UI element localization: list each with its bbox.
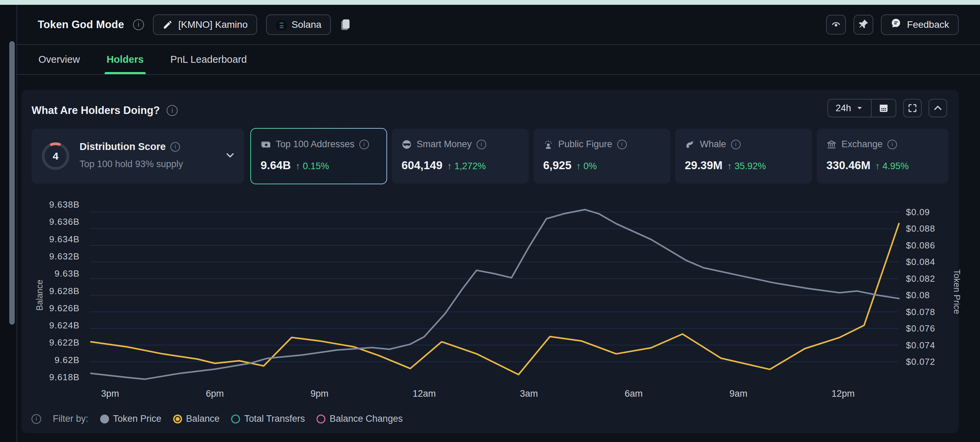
distribution-score-tile[interactable]: 4 Distribution Score i Top 100 hold 93% … (32, 129, 244, 184)
x-axis-tick: 12pm (832, 388, 855, 399)
right-axis-tick: $0.086 (906, 240, 935, 251)
stat-label: Exchange (842, 139, 883, 150)
chart-filter-legend: i Filter by: Token PriceBalanceTotal Tra… (32, 413, 402, 424)
feedback-label: Feedback (907, 19, 949, 30)
top-strip (0, 0, 980, 5)
info-icon[interactable]: i (731, 140, 741, 149)
stat-tile-whale[interactable]: Whale i 29.39M ↑ 35.92% (675, 129, 812, 184)
right-axis-tick: $0.072 (906, 357, 935, 367)
legend-item-label: Balance (186, 413, 220, 424)
info-icon[interactable]: i (617, 140, 627, 149)
copy-icon[interactable] (340, 18, 352, 32)
timeframe-control: 24h (827, 99, 896, 117)
x-axis-tick: 6am (625, 388, 643, 399)
x-axis-tick: 6pm (206, 388, 224, 399)
fullscreen-icon (907, 103, 918, 113)
stat-value: 6,925 (543, 159, 572, 172)
info-icon[interactable]: i (170, 142, 180, 152)
collapse-button[interactable] (929, 99, 947, 117)
left-axis-tick: 9.628B (49, 286, 80, 296)
info-icon[interactable]: i (477, 140, 486, 149)
page-title: Token God Mode (38, 19, 124, 31)
stat-tile-top-100-addresses[interactable]: Top 100 Addresses i 9.64B ↑ 0.15% (250, 128, 387, 184)
right-axis-tick: $0.076 (906, 323, 935, 333)
left-axis-tick: 9.622B (49, 337, 80, 348)
chain-select-button[interactable]: Solana (266, 14, 331, 35)
left-axis-tick: 9.626B (49, 303, 80, 313)
chat-icon (891, 18, 902, 31)
feedback-button[interactable]: Feedback (881, 14, 959, 35)
legend-prefix: Filter by: (53, 413, 89, 424)
left-axis-tick: 9.638B (49, 199, 80, 210)
right-axis-tick: $0.082 (906, 273, 935, 284)
legend-item-total-transfers[interactable]: Total Transfers (231, 413, 305, 424)
left-axis-tick: 9.62B (54, 355, 80, 365)
right-axis-tick: $0.078 (906, 307, 935, 317)
money-icon (261, 139, 271, 150)
fullscreen-button[interactable] (903, 99, 922, 117)
holders-activity-card: What Are Holders Doing? i 24h (21, 90, 959, 433)
distribution-score-value: 4 (39, 140, 72, 172)
left-axis-tick: 9.618B (49, 372, 80, 382)
tab-holders[interactable]: Holders (107, 45, 144, 74)
card-title: What Are Holders Doing? (32, 104, 160, 116)
radio-marker-icon (173, 415, 182, 423)
stat-label: Public Figure (558, 139, 612, 150)
stat-tile-public-figure[interactable]: Public Figure i 6,925 ↑ 0% (533, 129, 670, 184)
legend-item-balance[interactable]: Balance (173, 413, 220, 424)
token-select-button[interactable]: [KMNO] Kamino (153, 14, 257, 35)
holders-chart[interactable]: 9.638B9.636B9.634B9.632B9.63B9.628B9.626… (27, 196, 960, 402)
timeframe-dropdown[interactable]: 24h (828, 99, 871, 116)
pin-button[interactable] (853, 15, 873, 35)
stat-change: ↑ 0% (576, 161, 597, 172)
x-axis-tick: 3am (520, 388, 538, 399)
stat-change: ↑ 35.92% (727, 161, 766, 172)
header: Token God Mode i [KMNO] Kamino (17, 5, 980, 45)
token-god-mode-page: Token God Mode i [KMNO] Kamino (0, 0, 980, 442)
bank-icon (826, 139, 837, 150)
info-icon[interactable]: i (32, 414, 41, 424)
x-axis-tick: 3pm (101, 388, 119, 399)
distribution-score-label: Distribution Score (80, 141, 165, 152)
left-axis-tick: 9.636B (49, 217, 80, 227)
tab-pnl-leaderboard[interactable]: PnL Leaderboard (170, 45, 247, 74)
token-select-label: [KMNO] Kamino (178, 19, 248, 30)
legend-item-label: Token Price (113, 413, 162, 424)
tab-overview[interactable]: Overview (38, 45, 80, 74)
chevron-down-icon[interactable] (225, 150, 235, 162)
x-axis-tick: 12am (412, 388, 436, 399)
right-axis-tick: $0.084 (906, 257, 935, 267)
legend-item-token-price[interactable]: Token Price (100, 413, 162, 424)
info-icon[interactable]: i (167, 105, 178, 116)
distribution-score-gauge: 4 (39, 140, 72, 172)
left-axis-tick: 9.63B (54, 268, 80, 279)
right-axis-title: Token Price (952, 270, 960, 314)
chevron-down-icon (856, 104, 864, 112)
whale-icon (685, 139, 695, 150)
legend-item-balance-changes[interactable]: Balance Changes (317, 413, 402, 424)
info-icon[interactable]: i (888, 140, 897, 149)
stat-value: 330.46M (826, 159, 870, 172)
stat-tile-smart-money[interactable]: Smart Money i 604,149 ↑ 1,272% (392, 129, 529, 184)
filled-marker-icon (100, 415, 109, 423)
legend-item-label: Balance Changes (329, 413, 402, 424)
watch-button[interactable] (826, 15, 846, 35)
right-axis-tick: $0.074 (906, 340, 935, 350)
stat-change: ↑ 1,272% (447, 161, 486, 172)
ring-marker-icon (317, 415, 325, 423)
stat-tile-exchange[interactable]: Exchange i 330.46M ↑ 4.95% (817, 129, 948, 184)
stat-label: Whale (700, 139, 726, 150)
ring-marker-icon (231, 415, 240, 423)
right-axis-tick: $0.088 (906, 223, 935, 234)
info-icon[interactable]: i (360, 140, 369, 149)
calendar-button[interactable] (871, 99, 896, 116)
info-icon[interactable]: i (133, 19, 144, 30)
chevron-up-icon (933, 103, 943, 113)
pin-icon (858, 19, 869, 31)
left-axis-tick: 9.632B (49, 251, 80, 262)
left-axis-title: Balance (35, 280, 44, 311)
scrollbar-thumb[interactable] (9, 41, 15, 325)
stat-change: ↑ 0.15% (296, 161, 329, 172)
eye-icon (830, 18, 842, 31)
calendar-icon (878, 103, 889, 113)
